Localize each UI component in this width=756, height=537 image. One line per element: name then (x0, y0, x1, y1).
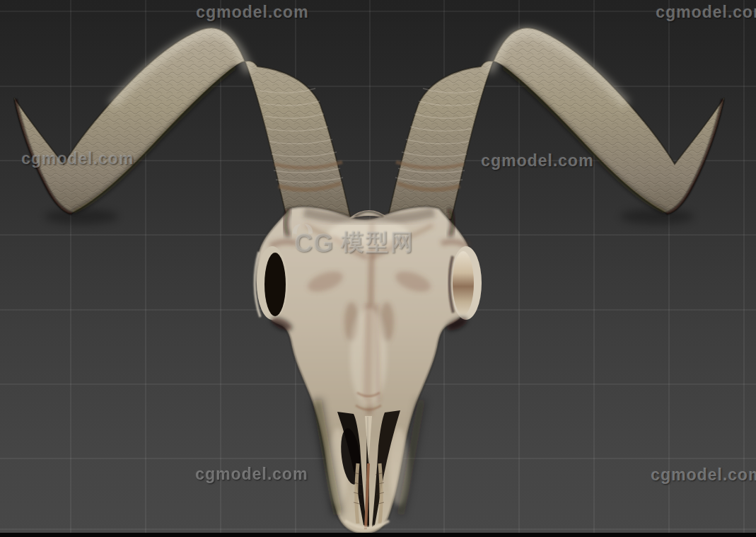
watermark-top-right: cgmodel.com (656, 3, 756, 22)
watermark-top-left: cgmodel.com (196, 3, 308, 22)
watermark-mid-left: cgmodel.com (21, 149, 134, 168)
watermark-mid-right: cgmodel.com (481, 151, 593, 171)
ram-skull-model-render (0, 0, 756, 537)
left-horn (14, 28, 351, 219)
site-name-text: 模型网 (341, 231, 415, 253)
watermark-bottom-right: cgmodel.com (651, 466, 756, 485)
site-logo: CG 模型网 (294, 225, 415, 259)
cg-logo-text: CG (294, 231, 334, 256)
watermark-bottom-left: cgmodel.com (195, 465, 308, 484)
right-horn (388, 28, 724, 219)
3d-viewport[interactable]: cgmodel.com cgmodel.com cgmodel.com cgmo… (0, 0, 756, 537)
bottom-bar (0, 533, 756, 537)
